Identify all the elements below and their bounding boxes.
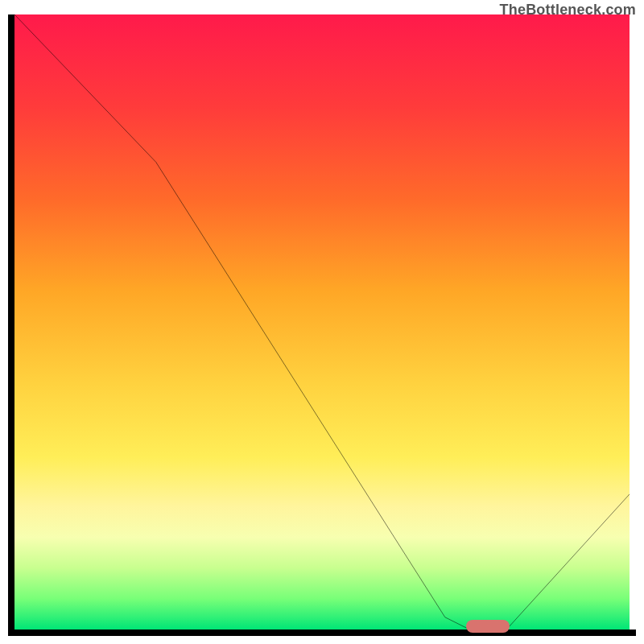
plot-gradient-background <box>14 14 630 630</box>
chart-frame: TheBottleneck.com <box>0 0 644 644</box>
watermark-text: TheBottleneck.com <box>500 2 636 19</box>
x-axis <box>8 630 636 636</box>
optimal-range-marker <box>466 620 510 633</box>
y-axis <box>8 14 14 636</box>
